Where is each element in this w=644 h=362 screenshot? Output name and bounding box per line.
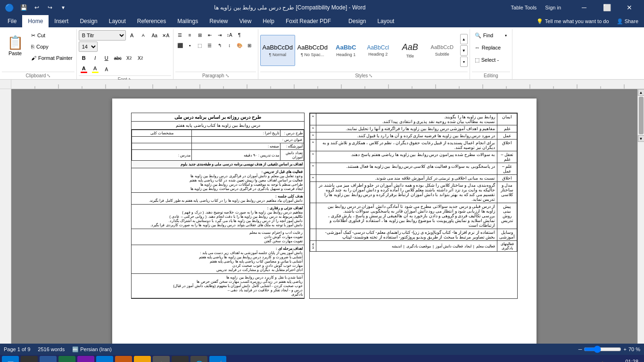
scroll-thumb[interactable] xyxy=(639,97,644,134)
select-button[interactable]: ⬚ Select - xyxy=(472,55,510,65)
style-heading2[interactable]: AaBbCcl Heading 2 xyxy=(362,35,394,66)
subscript-button[interactable]: X2 xyxy=(124,53,134,63)
close-button[interactable]: ✕ xyxy=(619,0,640,15)
style-subtitle[interactable]: AaBbCcD Subtitle xyxy=(426,35,458,66)
chrome-icon: ⊙ xyxy=(26,360,33,362)
taskbar-clock[interactable]: 01:28 ب.ظ xyxy=(621,359,642,362)
tab-table-layout[interactable]: Layout xyxy=(372,15,400,27)
taskbar-app-onenote[interactable]: N xyxy=(77,356,94,362)
zoom-in-button[interactable]: + xyxy=(623,346,626,352)
style-scroll-up[interactable]: ▲ xyxy=(460,34,468,44)
align-right-button[interactable]: ⬚ xyxy=(195,41,205,50)
minimize-button[interactable]: ─ xyxy=(573,0,595,15)
table-cell: برای انجام اعمال پسندیده از قبیل رعایت ح… xyxy=(316,140,497,151)
numbering-button[interactable]: ≡ xyxy=(185,30,195,40)
style-expand[interactable]: ▾ xyxy=(460,57,468,67)
shrink-font-button[interactable]: A xyxy=(138,30,149,41)
decrease-indent-button[interactable]: ⇤ xyxy=(205,30,215,40)
replace-button[interactable]: ↔ Replace xyxy=(472,42,510,53)
superscript-button[interactable]: X2 xyxy=(135,53,146,63)
table-cell: مدت تدریس : ۹۰ دقیقه xyxy=(192,150,281,161)
style-normal[interactable]: AaBbCcDd ¶ Normal xyxy=(260,35,295,66)
tab-file[interactable]: File xyxy=(2,15,22,27)
tab-view[interactable]: View xyxy=(234,15,257,27)
style-subtitle-label: Subtitle xyxy=(435,52,449,57)
sort-button[interactable]: ↕A xyxy=(225,30,234,40)
paragraph-label[interactable]: Paragraph ⤡ xyxy=(175,72,256,79)
tab-review[interactable]: Review xyxy=(204,15,233,27)
align-left-button[interactable]: ⬛ xyxy=(175,41,185,50)
align-center-button[interactable]: ▪ xyxy=(185,41,195,50)
tab-help[interactable]: Help xyxy=(257,15,280,27)
share-button[interactable]: 👤 Share xyxy=(613,18,642,25)
zoom-out-button[interactable]: ─ xyxy=(578,346,582,352)
justify-button[interactable]: ☰ xyxy=(205,41,215,50)
styles-label[interactable]: Styles ⤡ xyxy=(260,72,468,79)
multilevel-button[interactable]: ⊞ xyxy=(195,30,205,40)
borders-button[interactable]: ⊞ xyxy=(245,41,254,50)
clipboard-label[interactable]: Clipboard ⤡ xyxy=(2,72,74,79)
taskbar-app-word[interactable]: W xyxy=(40,356,57,362)
tab-table-design[interactable]: Design xyxy=(343,15,372,27)
tab-layout[interactable]: Layout xyxy=(103,15,132,27)
table-cell: روابط بین زاویه ها را بگویند. نسبت به مط… xyxy=(316,114,497,125)
style-no-spacing[interactable]: AaBbCcDd ¶ No Spac... xyxy=(295,35,330,66)
tab-home[interactable]: Home xyxy=(22,15,49,27)
zoom-slider[interactable] xyxy=(584,346,621,353)
scroll-up-button[interactable]: ▲ xyxy=(638,89,644,96)
text-color-button[interactable]: A xyxy=(79,64,89,74)
save-qa-button[interactable]: 💾 xyxy=(18,2,29,13)
shading-button[interactable]: A xyxy=(101,64,112,74)
taskbar-app-media[interactable]: ▶ xyxy=(172,356,189,362)
scroll-down-button[interactable]: ▼ xyxy=(638,135,644,142)
redo-qa-button[interactable]: ↪ xyxy=(44,2,56,13)
undo-qa-button[interactable]: ↩ xyxy=(31,2,42,13)
paste-button[interactable]: 📋 Paste xyxy=(2,30,28,60)
tab-references[interactable]: References xyxy=(132,15,172,27)
cut-button[interactable]: ✂ Cut xyxy=(29,30,74,41)
tab-design[interactable]: Design xyxy=(74,15,103,27)
taskbar-app-network[interactable]: 🌐 xyxy=(190,356,207,362)
font-name-select[interactable]: B Titr xyxy=(79,30,126,41)
customize-qa-button[interactable]: ▾ xyxy=(58,2,69,13)
style-heading1[interactable]: AaBbC Heading 1 xyxy=(330,35,362,66)
italic-button[interactable]: I xyxy=(90,53,100,63)
highlight-color-button[interactable]: A xyxy=(90,64,100,74)
show-marks-button[interactable]: ¶ xyxy=(235,30,244,40)
rtl-button[interactable]: ↰ xyxy=(215,41,224,50)
start-button[interactable]: ⊞ xyxy=(2,356,19,362)
taskbar-app-excel[interactable]: X xyxy=(58,356,75,362)
taskbar-app-settings[interactable]: ⚙ xyxy=(153,356,170,362)
taskbar-app-store[interactable]: 🛒 xyxy=(209,356,226,362)
font-size-select[interactable]: 14 xyxy=(79,41,98,52)
font-section: B Titr A A Aa ✕A 14 B I xyxy=(79,30,171,74)
bullets-button[interactable]: ☰ xyxy=(175,30,185,40)
strikethrough-button[interactable]: abc xyxy=(113,53,123,63)
format-painter-button[interactable]: 🖌 Format Painter xyxy=(29,53,74,63)
table-row: اخلاق نسبت به مبانی اخلاقی و تربیتی در ک… xyxy=(310,175,517,182)
taskbar-app-outlook[interactable]: O xyxy=(96,356,113,362)
shading-para-button[interactable]: 🎨 xyxy=(235,41,244,50)
tab-foxit[interactable]: Foxit Reader PDF xyxy=(280,15,337,27)
find-button[interactable]: 🔍 Find ▾ xyxy=(472,30,510,41)
taskbar-app-powerpoint[interactable]: P xyxy=(115,356,132,362)
change-case-button[interactable]: Aa xyxy=(149,30,160,41)
underline-button[interactable]: U xyxy=(101,53,112,63)
style-scroll-down[interactable]: ▼ xyxy=(460,45,468,56)
document-canvas[interactable]: ایمان روابط بین زاویه ها را بگویند. نسبت… xyxy=(11,89,637,344)
increase-indent-button[interactable]: ⇥ xyxy=(215,30,224,40)
grow-font-button[interactable]: A xyxy=(127,30,137,41)
tell-me-input[interactable]: 💡 Tell me what you want to do xyxy=(533,18,613,25)
tab-mailings[interactable]: Mailings xyxy=(172,15,204,27)
signin-button[interactable]: Sign in xyxy=(540,3,566,12)
line-spacing-button[interactable]: ↕ xyxy=(225,41,234,50)
table-cell: 4 3 xyxy=(310,241,316,252)
bold-button[interactable]: B xyxy=(79,53,89,63)
restore-button[interactable]: ⬜ xyxy=(596,0,618,15)
tab-insert[interactable]: Insert xyxy=(49,15,74,27)
style-title[interactable]: AaB Title xyxy=(394,35,426,66)
taskbar-app-chrome[interactable]: ⊙ xyxy=(21,356,38,362)
taskbar-app-explorer[interactable]: 📁 xyxy=(134,356,151,362)
clear-format-button[interactable]: ✕A xyxy=(161,30,171,41)
copy-button[interactable]: ⎘ Copy xyxy=(29,41,74,52)
